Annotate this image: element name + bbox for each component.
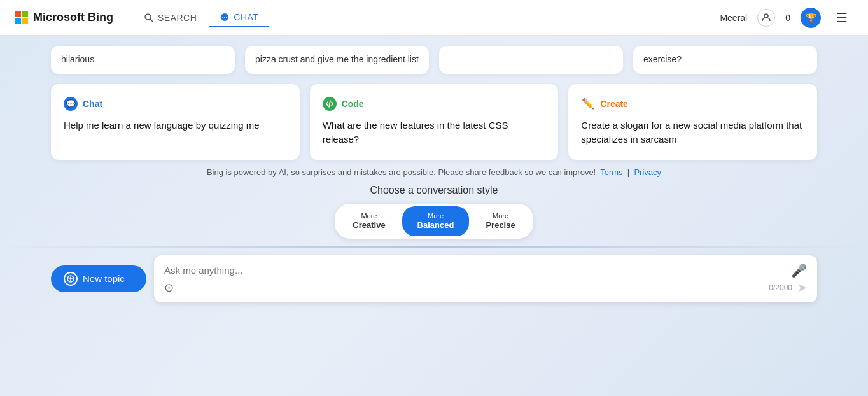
footer-info: Bing is powered by AI, so surprises and … [51, 167, 817, 177]
top-card-1[interactable]: hilarious [51, 46, 235, 74]
svg-line-7 [329, 101, 330, 107]
top-card-2-text: pizza crust and give me the ingredient l… [255, 54, 419, 64]
suggestion-cards: 💬 Chat Help me learn a new language by q… [51, 84, 817, 160]
svg-point-6 [764, 14, 768, 18]
send-button[interactable]: ➤ [797, 281, 807, 295]
precise-label: Precise [486, 220, 515, 231]
scan-icon[interactable]: ⊙ [164, 281, 174, 295]
bottom-bar: New topic 🎤 ⊙ 0/2000 ➤ [51, 255, 817, 302]
precise-more-label: More [493, 211, 508, 220]
logo-text: Microsoft Bing [33, 11, 113, 24]
conversation-style-section: Choose a conversation style More Creativ… [51, 185, 817, 239]
input-row: 🎤 [164, 263, 807, 278]
search-icon [144, 13, 154, 23]
creative-more-label: More [361, 211, 377, 220]
suggestion-card-create[interactable]: ✏️ Create Create a slogan for a new soci… [568, 84, 817, 160]
footer-info-text: Bing is powered by AI, so surprises and … [207, 167, 596, 177]
creative-label: Creative [353, 220, 385, 231]
card-header-code: Code [323, 97, 546, 111]
card-header-create: ✏️ Create [581, 97, 804, 111]
nav-tab-chat[interactable]: CHAT [209, 8, 269, 27]
top-card-4-text: exercise? [643, 54, 682, 64]
top-card-1-text: hilarious [61, 54, 94, 64]
main-content: hilarious pizza crust and give me the in… [0, 36, 868, 396]
top-card-3[interactable] [439, 46, 623, 74]
logo-area: Microsoft Bing [15, 11, 113, 24]
conversation-style-title: Choose a conversation style [370, 185, 498, 196]
menu-button[interactable]: ☰ [831, 8, 853, 28]
style-button-precise[interactable]: More Precise [470, 206, 530, 236]
balanced-label: Balanced [417, 220, 454, 231]
trophy-button[interactable]: 🏆 [801, 8, 821, 28]
top-card-2[interactable]: pizza crust and give me the ingredient l… [245, 46, 429, 74]
new-topic-button[interactable]: New topic [51, 265, 146, 292]
privacy-link[interactable]: Privacy [634, 167, 661, 177]
nav-tab-search[interactable]: SEARCH [134, 9, 207, 27]
microphone-button[interactable]: 🎤 [791, 263, 807, 278]
user-avatar[interactable] [757, 9, 775, 27]
create-suggestion-text: Create a slogan for a new social media p… [581, 118, 804, 147]
create-category-label: Create [600, 99, 628, 109]
new-topic-icon [64, 272, 78, 286]
ask-input[interactable] [164, 265, 791, 276]
style-button-creative[interactable]: More Creative [337, 206, 400, 236]
char-count: 0/2000 [769, 283, 792, 292]
suggestion-card-chat[interactable]: 💬 Chat Help me learn a new language by q… [51, 84, 300, 160]
header: Microsoft Bing SEARCH CHAT Meeral [0, 0, 868, 36]
suggestion-card-code[interactable]: Code What are the new features in the la… [310, 84, 559, 160]
style-button-balanced[interactable]: More Balanced [402, 206, 470, 236]
svg-point-5 [226, 17, 227, 18]
nav-tabs: SEARCH CHAT [134, 8, 269, 27]
user-name: Meeral [720, 13, 747, 23]
top-card-4[interactable]: exercise? [633, 46, 817, 74]
code-suggestion-text: What are the new features in the latest … [323, 118, 546, 147]
chat-category-label: Chat [83, 99, 102, 109]
divider [0, 246, 868, 248]
input-container: 🎤 ⊙ 0/2000 ➤ [154, 255, 817, 302]
code-suggestion-icon [323, 97, 337, 111]
terms-link[interactable]: Terms [600, 167, 622, 177]
header-right: Meeral 0 🏆 ☰ [720, 8, 853, 28]
svg-line-1 [150, 19, 153, 22]
reward-badge: 0 [785, 13, 790, 23]
chat-nav-icon [220, 12, 230, 22]
top-cards-row: hilarious pizza crust and give me the in… [51, 46, 817, 74]
chat-suggestion-text: Help me learn a new language by quizzing… [64, 118, 287, 133]
create-suggestion-icon: ✏️ [581, 97, 595, 111]
svg-point-4 [224, 17, 225, 18]
chat-suggestion-icon: 💬 [64, 97, 78, 111]
code-category-label: Code [342, 99, 364, 109]
input-footer: ⊙ 0/2000 ➤ [164, 281, 807, 295]
new-topic-label: New topic [83, 273, 125, 284]
svg-point-3 [222, 17, 223, 18]
style-buttons-group: More Creative More Balanced More Precise [335, 204, 533, 239]
microsoft-logo [15, 11, 28, 24]
balanced-more-label: More [428, 211, 444, 220]
card-header-chat: 💬 Chat [64, 97, 287, 111]
